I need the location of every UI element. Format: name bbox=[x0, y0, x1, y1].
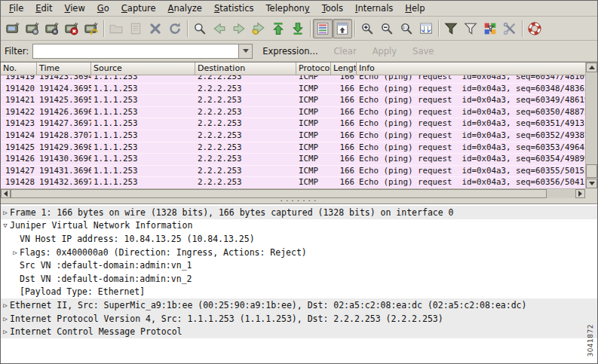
cell-length: 166 bbox=[331, 95, 357, 106]
zoom-out-button[interactable] bbox=[377, 19, 397, 38]
capture-filters-button[interactable] bbox=[441, 19, 461, 38]
goto-bottom-button[interactable] bbox=[288, 19, 308, 38]
packet-row[interactable]: 191419191423.36941.1.1.2532.2.2.253ICMP1… bbox=[1, 75, 585, 83]
colorize-button[interactable] bbox=[313, 19, 333, 38]
detail-rows: ▷Frame 1: 166 bytes on wire (1328 bits),… bbox=[1, 206, 597, 338]
help-button[interactable] bbox=[525, 19, 544, 38]
scroll-down-button[interactable] bbox=[586, 179, 597, 188]
expander-closed-icon[interactable]: ▷ bbox=[1, 209, 10, 216]
expander-closed-icon[interactable]: ▷ bbox=[11, 249, 20, 256]
zoom-100-icon: 1:1 bbox=[400, 22, 413, 35]
preferences-button[interactable] bbox=[500, 19, 520, 38]
menu-analyze[interactable]: Analyze bbox=[162, 1, 208, 16]
menu-statistics[interactable]: Statistics bbox=[208, 1, 260, 16]
restart-capture-button[interactable] bbox=[81, 19, 101, 38]
go-forward-button[interactable] bbox=[229, 19, 249, 38]
cell-source: 1.1.1.253 bbox=[91, 84, 195, 95]
packet-row[interactable]: 191428191432.36971.1.1.2532.2.2.253ICMP1… bbox=[1, 176, 585, 188]
vscroll-thumb[interactable] bbox=[586, 164, 597, 178]
coloring-rules-button[interactable] bbox=[480, 19, 500, 38]
cell-no: 191420 bbox=[1, 84, 37, 95]
toolbar-separator bbox=[522, 20, 523, 37]
column-header-protocol[interactable]: Protocol bbox=[296, 63, 331, 75]
display-filters-button[interactable] bbox=[461, 19, 480, 38]
hscroll-thumb[interactable] bbox=[11, 189, 547, 198]
zoom-100-button[interactable]: 1:1 bbox=[397, 19, 416, 38]
cell-no: 191421 bbox=[1, 95, 37, 106]
packet-list-hscrollbar[interactable] bbox=[1, 188, 585, 198]
start-capture-button[interactable] bbox=[42, 19, 62, 38]
menu-file[interactable]: File bbox=[3, 1, 29, 16]
colorize-icon bbox=[316, 22, 330, 35]
packet-list-header: No.TimeSourceDestinationProtocolLengthIn… bbox=[1, 63, 585, 75]
detail-row[interactable]: VN Host IP address: 10.84.13.25 (10.84.1… bbox=[1, 232, 597, 246]
packet-row[interactable]: 191425191429.36981.1.1.2532.2.2.253ICMP1… bbox=[1, 142, 585, 154]
detail-row[interactable]: Dst VN :default-domain:admin:vn_2 bbox=[1, 272, 597, 286]
packet-row[interactable]: 191426191430.36961.1.1.2532.2.2.253ICMP1… bbox=[1, 153, 585, 165]
packet-row[interactable]: 191427191431.36961.1.1.2532.2.2.253ICMP1… bbox=[1, 165, 585, 177]
packet-row[interactable]: 191420191424.36951.1.1.2532.2.2.253ICMP1… bbox=[1, 83, 585, 95]
detail-row[interactable]: ▷Internet Control Message Protocol bbox=[1, 325, 597, 338]
cell-protocol: ICMP bbox=[296, 177, 331, 188]
menu-go[interactable]: Go bbox=[91, 1, 115, 16]
menu-telephony[interactable]: Telephony bbox=[259, 1, 315, 16]
main-toolbar: 1:1 bbox=[1, 17, 597, 41]
go-back-button[interactable] bbox=[210, 19, 229, 38]
packet-row[interactable]: 191423191427.36971.1.1.2532.2.2.253ICMP1… bbox=[1, 118, 585, 130]
resize-columns-icon bbox=[419, 22, 433, 35]
filter-dropdown-button[interactable] bbox=[238, 44, 253, 59]
stop-capture-button[interactable] bbox=[62, 19, 81, 38]
column-header-info[interactable]: Info bbox=[357, 63, 585, 75]
column-header-no[interactable]: No. bbox=[1, 63, 37, 75]
scroll-up-button[interactable] bbox=[586, 63, 597, 72]
detail-row[interactable]: Src VN :default-domain:admin:vn_1 bbox=[1, 258, 597, 272]
cell-no: 191425 bbox=[1, 142, 37, 154]
cell-length: 166 bbox=[331, 166, 357, 177]
filter-input[interactable] bbox=[32, 44, 238, 59]
detail-row[interactable]: ▷Ethernet II, Src: SuperMic_a9:1b:ee (00… bbox=[1, 298, 597, 312]
resize-columns-button[interactable] bbox=[416, 19, 436, 38]
menu-internals[interactable]: Internals bbox=[349, 1, 399, 16]
detail-text: Internet Control Message Protocol bbox=[10, 326, 182, 337]
column-header-time[interactable]: Time bbox=[37, 63, 91, 75]
pane-splitter[interactable]: ....... bbox=[1, 198, 597, 203]
cell-source: 1.1.1.253 bbox=[91, 142, 195, 154]
close-file-button[interactable] bbox=[146, 19, 165, 38]
capture-options-button[interactable] bbox=[23, 19, 42, 38]
expander-closed-icon[interactable]: ▷ bbox=[1, 315, 10, 323]
column-header-source[interactable]: Source bbox=[91, 63, 195, 75]
detail-row[interactable]: ▷Flags: 0x400000a0 (Direction: Ingress, … bbox=[1, 246, 597, 259]
detail-row[interactable]: ▷Frame 1: 166 bytes on wire (1328 bits),… bbox=[1, 206, 597, 219]
autoscroll-button[interactable] bbox=[333, 19, 352, 38]
zoom-in-button[interactable] bbox=[357, 19, 377, 38]
expression-button[interactable]: Expression... bbox=[256, 43, 324, 60]
detail-row[interactable]: ▷Internet Protocol Version 4, Src: 1.1.1… bbox=[1, 312, 597, 326]
restart-capture-icon bbox=[84, 22, 98, 35]
expander-open-icon[interactable]: ▽ bbox=[1, 222, 10, 229]
detail-row[interactable]: [Payload Type: Ethernet] bbox=[1, 286, 597, 299]
packet-row[interactable]: 191421191425.36951.1.1.2532.2.2.253ICMP1… bbox=[1, 94, 585, 106]
packet-row[interactable]: 191422191426.36961.1.1.2532.2.2.253ICMP1… bbox=[1, 106, 585, 118]
menu-capture[interactable]: Capture bbox=[115, 1, 162, 16]
packet-row[interactable]: 191424191428.37071.1.1.2532.2.2.253ICMP1… bbox=[1, 130, 585, 142]
menu-help[interactable]: Help bbox=[399, 1, 431, 16]
scrollbar-corner bbox=[585, 188, 597, 198]
scroll-right-button[interactable] bbox=[575, 189, 585, 198]
column-header-destination[interactable]: Destination bbox=[195, 63, 296, 75]
reload-button[interactable] bbox=[165, 19, 185, 38]
cell-length: 166 bbox=[331, 118, 357, 130]
expander-closed-icon[interactable]: ▷ bbox=[1, 301, 10, 309]
cell-info: Echo (ping) request id=0x04a3, seq=60354… bbox=[357, 154, 585, 165]
packet-list-vscrollbar[interactable] bbox=[585, 63, 597, 188]
scroll-left-button[interactable] bbox=[1, 189, 11, 198]
list-interfaces-button[interactable] bbox=[3, 19, 23, 38]
goto-packet-button[interactable] bbox=[249, 19, 268, 38]
detail-row[interactable]: ▽Juniper Virtual Network Information bbox=[1, 219, 597, 233]
column-header-length[interactable]: Length bbox=[331, 63, 357, 75]
find-packet-button[interactable] bbox=[190, 19, 210, 38]
menu-edit[interactable]: Edit bbox=[29, 1, 58, 16]
menu-tools[interactable]: Tools bbox=[316, 1, 349, 16]
expander-closed-icon[interactable]: ▷ bbox=[1, 328, 10, 335]
goto-top-button[interactable] bbox=[268, 19, 288, 38]
menu-view[interactable]: View bbox=[59, 1, 91, 16]
